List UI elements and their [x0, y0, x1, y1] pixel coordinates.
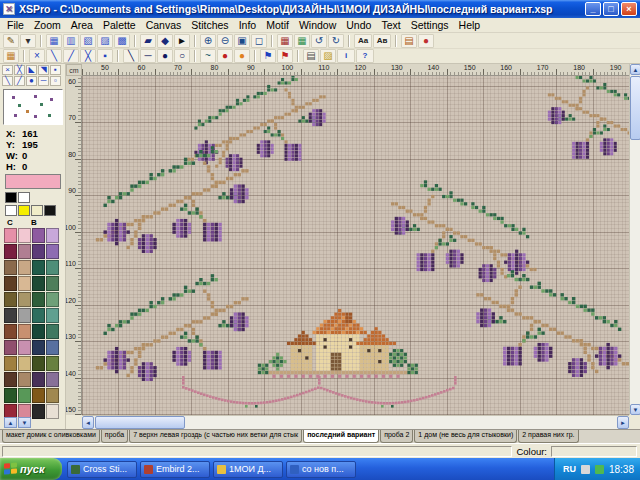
palette-swatch[interactable] — [18, 244, 31, 259]
menu-item-canvas[interactable]: Canvas — [141, 19, 187, 31]
mini-bead-icon[interactable]: ▫ — [50, 76, 61, 86]
full-stitch-view-icon[interactable]: ▦ — [46, 34, 62, 48]
mini-knot-icon[interactable]: ● — [26, 76, 37, 86]
palette-swatch[interactable] — [32, 324, 45, 339]
palette-swatch[interactable] — [46, 292, 59, 307]
palette-swatch[interactable] — [18, 324, 31, 339]
palette-swatch[interactable] — [4, 228, 17, 243]
palette-swatch[interactable] — [4, 308, 17, 323]
mini-half-cross-icon[interactable]: ╳ — [14, 65, 25, 75]
palette-swatch[interactable] — [46, 324, 59, 339]
menu-item-settings[interactable]: Settings — [406, 19, 454, 31]
menu-item-stitches[interactable]: Stitches — [186, 19, 233, 31]
palette-swatch[interactable] — [18, 260, 31, 275]
pencil-tool-icon[interactable]: ✎ — [3, 34, 19, 48]
palette-scroll-up-button[interactable]: ▲ — [4, 417, 17, 428]
palette-swatch[interactable] — [18, 308, 31, 323]
tab-2[interactable]: проба — [101, 430, 128, 443]
palette-swatch[interactable] — [4, 244, 17, 259]
mini-full-cross-icon[interactable]: × — [2, 65, 13, 75]
palette-swatch[interactable] — [18, 356, 31, 371]
palette-swatch[interactable] — [4, 340, 17, 355]
mini-swatch[interactable] — [31, 205, 43, 216]
palette-icon[interactable]: ▦ — [3, 49, 19, 63]
three-quarter-stitch-icon[interactable]: ╳ — [80, 49, 96, 63]
font-style-ab-button[interactable]: Aв — [373, 34, 391, 48]
taskbar-task-4[interactable]: со нов п... — [286, 461, 356, 478]
pencil-dropdown-icon[interactable]: ▾ — [20, 34, 36, 48]
mini-swatch[interactable] — [5, 192, 17, 203]
grid-green-icon[interactable]: ▦ — [294, 34, 310, 48]
menu-item-undo[interactable]: Undo — [341, 19, 376, 31]
menu-item-area[interactable]: Area — [66, 19, 98, 31]
font-style-aa-button[interactable]: Aa — [354, 34, 372, 48]
mini-long-icon[interactable]: ─ — [38, 76, 49, 86]
red-marker-icon[interactable]: ● — [217, 49, 233, 63]
current-colour-well[interactable] — [5, 174, 61, 189]
half-stitch-view-icon[interactable]: ▥ — [63, 34, 79, 48]
palette-swatch[interactable] — [18, 340, 31, 355]
special-stitch-icon[interactable]: ~ — [200, 49, 216, 63]
horizontal-scrollbar[interactable]: ◄ ► — [82, 415, 629, 429]
palette-swatch[interactable] — [32, 228, 45, 243]
taskbar-task-2[interactable]: Embird 2... — [140, 461, 210, 478]
longstitch-icon[interactable]: ─ — [140, 49, 156, 63]
highlight-red-icon[interactable]: ● — [418, 34, 434, 48]
palette-swatch[interactable] — [4, 292, 17, 307]
petite-stitch-icon[interactable]: ▪ — [97, 49, 113, 63]
thread-dark-icon[interactable]: ▰ — [140, 34, 156, 48]
petite-stitch-view-icon[interactable]: ▨ — [97, 34, 113, 48]
palette-swatch[interactable] — [18, 292, 31, 307]
tray-clock[interactable]: 18:38 — [609, 464, 634, 475]
palette-swatch[interactable] — [46, 260, 59, 275]
palette-swatch[interactable] — [18, 372, 31, 387]
menu-item-info[interactable]: Info — [234, 19, 262, 31]
mini-three-quarter-icon[interactable]: ◥ — [38, 65, 49, 75]
palette-swatch[interactable] — [32, 276, 45, 291]
grid-red-icon[interactable]: ▦ — [277, 34, 293, 48]
palette-swatch[interactable] — [32, 372, 45, 387]
select-arrow-icon[interactable]: ► — [174, 34, 190, 48]
info-icon[interactable]: i — [337, 49, 355, 63]
palette-swatch[interactable] — [46, 372, 59, 387]
tray-icon-1[interactable] — [581, 465, 590, 474]
mini-swatch[interactable] — [18, 205, 30, 216]
close-button[interactable]: × — [621, 2, 637, 16]
palette-swatch[interactable] — [32, 308, 45, 323]
bead-icon[interactable]: ○ — [174, 49, 190, 63]
mini-straight-icon[interactable]: ╱ — [14, 76, 25, 86]
menu-item-zoom[interactable]: Zoom — [29, 19, 66, 31]
palette-swatch[interactable] — [32, 260, 45, 275]
zoom-area-icon[interactable]: ▣ — [234, 34, 250, 48]
tray-icon-2[interactable] — [595, 465, 604, 474]
palette-swatch[interactable] — [4, 276, 17, 291]
tab-3[interactable]: 7 верхн левая гроздь (с частью них ветки… — [129, 430, 302, 443]
palette-swatch[interactable] — [18, 228, 31, 243]
palette-swatch[interactable] — [46, 356, 59, 371]
palette-swap-icon[interactable]: ▤ — [401, 34, 417, 48]
menu-item-file[interactable]: File — [2, 19, 29, 31]
palette-swatch[interactable] — [46, 388, 59, 403]
scroll-left-button[interactable]: ◄ — [82, 416, 94, 429]
thread-blend-icon[interactable]: ◆ — [157, 34, 173, 48]
minimize-button[interactable]: _ — [585, 2, 601, 16]
vertical-scroll-thumb[interactable] — [630, 76, 640, 140]
palette-swatch[interactable] — [4, 388, 17, 403]
palette-swatch[interactable] — [4, 356, 17, 371]
mini-swatch[interactable] — [5, 205, 17, 216]
palette-swatch[interactable] — [46, 228, 59, 243]
full-cross-stitch-icon[interactable]: × — [29, 49, 45, 63]
mini-petite-icon[interactable]: ▪ — [50, 65, 61, 75]
scroll-right-button[interactable]: ► — [617, 416, 629, 429]
tab-6[interactable]: 1 дом (не весь для стыковки) — [414, 430, 517, 443]
mini-back-icon[interactable]: ╲ — [2, 76, 13, 86]
palette-swatch[interactable] — [4, 324, 17, 339]
palette-swatch[interactable] — [32, 244, 45, 259]
undo-icon[interactable]: ↺ — [311, 34, 327, 48]
redo-icon[interactable]: ↻ — [328, 34, 344, 48]
help-icon[interactable]: ? — [356, 49, 374, 63]
tab-1[interactable]: макет домик с оливковками — [2, 430, 100, 443]
palette-swatch[interactable] — [18, 276, 31, 291]
mini-swatch[interactable] — [44, 205, 56, 216]
backstitch-icon[interactable]: ╲ — [123, 49, 139, 63]
